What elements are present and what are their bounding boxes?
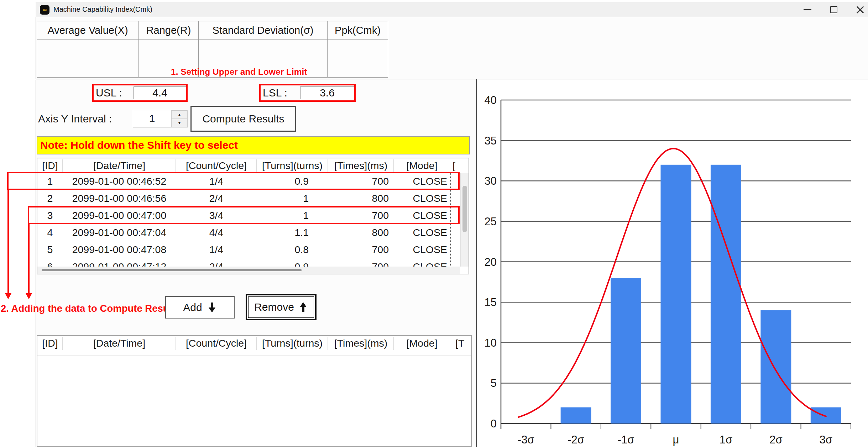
table-cell: 1 <box>257 210 328 221</box>
table-row[interactable]: 52099-01-00 00:47:081/40.8700CLOSE <box>37 242 460 259</box>
table-row[interactable]: 22099-01-00 00:46:562/41800CLOSE <box>37 190 460 207</box>
table-cell: 3 <box>37 210 63 221</box>
compute-table-header-row: [ID][Date/Time][Count/Cycle][Turns](turn… <box>37 336 471 356</box>
lsl-highlight-box: LSL : 3.6 <box>259 84 356 102</box>
annotation-arrow-line <box>7 190 9 293</box>
table-row[interactable]: 32099-01-00 00:47:003/41700CLOSE <box>37 207 460 225</box>
down-arrow-icon <box>207 302 217 313</box>
summary-header-range: Range(R) <box>138 21 198 40</box>
table-cell: 800 <box>328 227 394 238</box>
svg-text:-2σ: -2σ <box>568 433 584 446</box>
remove-button-label: Remove <box>254 301 294 313</box>
column-header-clipped[interactable]: [ <box>453 160 455 172</box>
lsl-input[interactable]: 3.6 <box>300 86 354 99</box>
column-header[interactable]: [ID] <box>37 337 63 349</box>
svg-text:25: 25 <box>485 215 497 228</box>
table-cell: CLOSE <box>394 227 450 238</box>
close-button[interactable] <box>849 2 868 17</box>
usl-label: USL : <box>94 87 122 99</box>
table-cell: 1/4 <box>176 244 257 256</box>
table-cell: 700 <box>328 244 394 256</box>
horizontal-scrollbar[interactable] <box>37 267 460 274</box>
table-cell: 2099-01-00 00:47:00 <box>63 210 176 221</box>
source-data-table: [ID][Date/Time][Count/Cycle][Turns](turn… <box>37 158 469 274</box>
table-cell: 3/4 <box>176 210 257 221</box>
column-header[interactable]: [Count/Cycle] <box>176 160 257 172</box>
table-cell: 1.1 <box>257 227 328 238</box>
svg-text:10: 10 <box>485 337 497 349</box>
summary-header-average: Average Value(X) <box>37 21 138 40</box>
svg-text:20: 20 <box>485 256 497 268</box>
column-header[interactable]: [ID] <box>37 160 63 172</box>
svg-text:15: 15 <box>485 296 497 309</box>
svg-text:40: 40 <box>485 94 497 106</box>
svg-text:3σ: 3σ <box>820 433 832 446</box>
column-header[interactable]: [Date/Time] <box>63 337 176 349</box>
remove-button[interactable]: Remove <box>246 294 317 320</box>
up-arrow-icon <box>298 302 308 312</box>
summary-header-stddev: Standard Deviation(σ) <box>198 21 327 40</box>
column-header[interactable]: [Turns](turns) <box>257 160 328 172</box>
table-cell: 2/4 <box>176 193 257 204</box>
table-cell: 0.8 <box>257 244 328 256</box>
compute-results-button[interactable]: Compute Results <box>190 106 296 132</box>
table-row[interactable]: 12099-01-00 00:46:521/40.9700CLOSE <box>37 173 460 190</box>
svg-text:1σ: 1σ <box>720 433 732 446</box>
vertical-scrollbar[interactable] <box>460 173 469 267</box>
table-cell: 800 <box>328 193 394 204</box>
app-root: BC Machine Capability Index(Cmk) Average… <box>0 0 868 447</box>
spin-up-button[interactable]: ▲ <box>171 110 188 119</box>
horizontal-scrollbar-thumb[interactable] <box>42 269 302 271</box>
table-row[interactable]: 42099-01-00 00:47:044/41.1800CLOSE <box>37 225 460 242</box>
column-header[interactable]: [Times](ms) <box>328 337 394 349</box>
column-header[interactable]: [Date/Time] <box>63 160 176 172</box>
minimize-icon <box>804 9 811 10</box>
svg-text:2σ: 2σ <box>769 433 782 446</box>
table-cell: CLOSE <box>394 193 450 204</box>
header-divider <box>256 337 257 350</box>
annotation-arrow-line <box>28 224 30 293</box>
distribution-chart-panel: 0510152025303540-3σ-2σ-1σμ1σ2σ3σ <box>477 80 868 447</box>
maximize-icon <box>830 6 837 13</box>
usl-input[interactable]: 4.4 <box>134 86 186 99</box>
compute-data-table: [ID][Date/Time][Count/Cycle][Turns](turn… <box>37 335 472 447</box>
column-header[interactable]: [Count/Cycle] <box>176 337 257 349</box>
axis-y-interval-label: Axis Y Interval : <box>38 113 112 125</box>
table-cell: CLOSE <box>394 175 450 187</box>
table-cell: 700 <box>328 175 394 187</box>
svg-text:μ: μ <box>673 433 679 446</box>
table-cell: 2099-01-00 00:47:08 <box>63 244 176 256</box>
axis-y-interval-value[interactable]: 1 <box>133 110 171 127</box>
svg-text:30: 30 <box>485 175 497 187</box>
column-gridline <box>450 173 451 267</box>
spin-down-button[interactable]: ▼ <box>171 119 188 127</box>
maximize-button[interactable] <box>822 2 845 17</box>
svg-text:35: 35 <box>485 135 497 147</box>
annotation-arrow-head <box>26 293 32 299</box>
svg-text:0: 0 <box>491 417 497 430</box>
vertical-scrollbar-thumb[interactable] <box>462 186 467 232</box>
minimize-button[interactable] <box>796 2 819 17</box>
table-cell: 1 <box>257 193 328 204</box>
annotation-step1: 1. Setting Upper and Lower Limit <box>171 67 307 77</box>
capability-histogram-chart: 0510152025303540-3σ-2σ-1σμ1σ2σ3σ <box>477 80 868 447</box>
column-header-clipped[interactable]: [T <box>455 337 464 349</box>
column-header[interactable]: [Turns](turns) <box>257 337 328 349</box>
column-header[interactable]: [Times](ms) <box>328 160 394 172</box>
axis-y-interval-stepper[interactable]: 1 ▲ ▼ <box>133 110 188 127</box>
svg-text:5: 5 <box>491 377 497 389</box>
down-triangle-icon: ▼ <box>178 121 182 125</box>
table-cell: 0.9 <box>257 175 328 187</box>
column-header[interactable]: [Mode] <box>394 160 450 172</box>
table-cell: CLOSE <box>394 244 450 256</box>
annotation-arrow-head <box>5 293 11 299</box>
header-divider <box>393 159 394 172</box>
add-button[interactable]: Add <box>165 296 235 319</box>
table-cell: 2099-01-00 00:46:52 <box>63 175 176 187</box>
column-header[interactable]: [Mode] <box>394 337 450 349</box>
header-divider <box>328 159 328 172</box>
table-cell: 2099-01-00 00:47:04 <box>63 227 176 238</box>
table-cell: 1 <box>37 175 63 187</box>
close-icon <box>856 5 865 14</box>
header-divider <box>256 159 257 172</box>
